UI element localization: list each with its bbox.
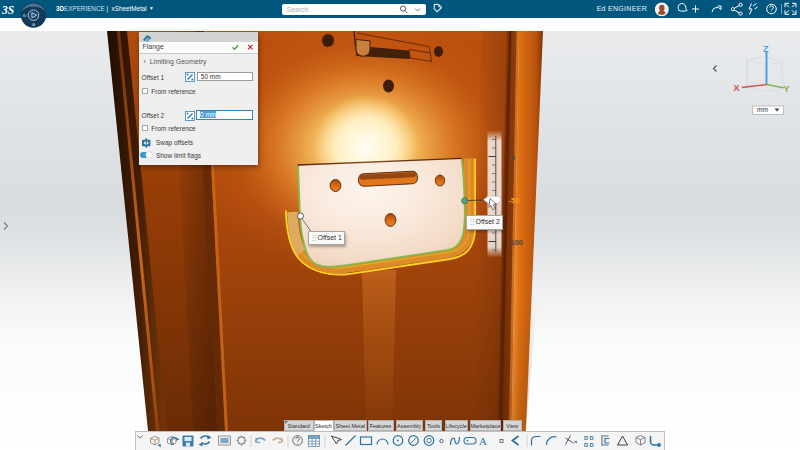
svg-text:-50: -50 [509,196,520,205]
svg-text:DD: DD [584,435,595,441]
svg-text:-100: -100 [508,238,523,247]
svg-text:X: X [734,83,740,93]
svg-text:DD: DD [584,442,595,448]
svg-text:mm: mm [757,106,768,113]
svg-text:0: 0 [511,153,515,162]
svg-text:3D: 3D [23,14,28,18]
svg-text:A: A [479,435,487,447]
svg-text:Y: Y [784,84,790,94]
svg-text:3S: 3S [1,4,14,16]
svg-text:Z: Z [763,44,769,54]
